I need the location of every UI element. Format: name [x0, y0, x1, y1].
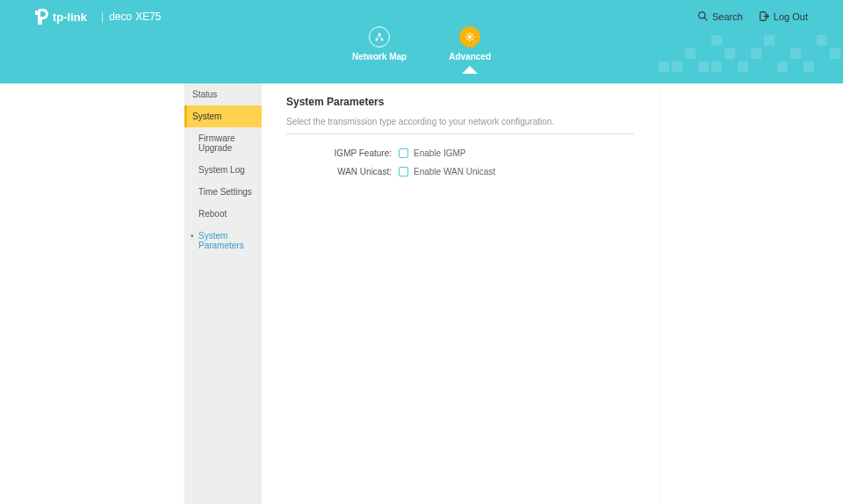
brand-logo: tp-link | deco XE75 — [35, 9, 162, 25]
tplink-logo-icon — [35, 9, 49, 25]
header: tp-link | deco XE75 Search Log Out Netwo… — [0, 0, 843, 83]
brand-name: tp-link — [53, 11, 87, 24]
tab-advanced[interactable]: Advanced — [449, 26, 491, 61]
wan-row: WAN Unicast: Enable WAN Unicast — [286, 167, 634, 176]
sidebar: Status System Firmware Upgrade System Lo… — [184, 83, 262, 504]
svg-rect-5 — [711, 61, 722, 72]
svg-rect-1 — [672, 61, 682, 72]
network-map-icon — [369, 26, 390, 47]
wan-checkbox[interactable] — [399, 167, 408, 176]
search-label: Search — [712, 11, 743, 22]
tab-advanced-label: Advanced — [449, 52, 491, 61]
product-separator: | — [101, 11, 104, 23]
svg-point-21 — [468, 35, 472, 39]
logout-button[interactable]: Log Out — [759, 11, 808, 24]
sidebar-item-time-settings[interactable]: Time Settings — [184, 181, 262, 203]
wan-label: WAN Unicast: — [286, 167, 399, 176]
sidebar-item-system[interactable]: System — [184, 105, 262, 127]
advanced-icon — [459, 26, 480, 47]
svg-rect-3 — [698, 61, 709, 72]
sidebar-item-system-log[interactable]: System Log — [184, 159, 262, 181]
sidebar-item-system-parameters[interactable]: System Parameters — [184, 225, 262, 256]
wan-option-label: Enable WAN Unicast — [414, 167, 495, 176]
page-description: Select the transmission type according t… — [286, 117, 634, 126]
tab-network-map-label: Network Map — [352, 52, 407, 61]
svg-rect-0 — [659, 61, 669, 72]
main-panel: Status System Firmware Upgrade System Lo… — [184, 83, 659, 504]
svg-line-16 — [704, 18, 707, 20]
content-area: System Parameters Select the transmissio… — [262, 83, 659, 504]
igmp-label: IGMP Feature: — [286, 148, 399, 158]
logout-label: Log Out — [774, 11, 808, 22]
sidebar-item-reboot[interactable]: Reboot — [184, 203, 262, 225]
product-line: deco — [109, 11, 132, 23]
search-icon — [697, 11, 709, 24]
search-button[interactable]: Search — [697, 11, 743, 24]
tab-network-map[interactable]: Network Map — [352, 26, 407, 61]
svg-rect-12 — [803, 61, 814, 72]
igmp-row: IGMP Feature: Enable IGMP — [286, 148, 634, 158]
logout-icon — [759, 11, 770, 24]
svg-rect-7 — [738, 61, 748, 72]
product-model: XE75 — [135, 11, 161, 23]
svg-rect-10 — [777, 61, 788, 72]
page-title: System Parameters — [286, 96, 634, 108]
igmp-checkbox[interactable] — [399, 148, 408, 158]
svg-point-15 — [699, 11, 705, 18]
sidebar-item-status[interactable]: Status — [184, 83, 262, 105]
sidebar-item-firmware-upgrade[interactable]: Firmware Upgrade — [184, 127, 262, 159]
igmp-option-label: Enable IGMP — [414, 148, 465, 158]
divider — [286, 133, 634, 134]
